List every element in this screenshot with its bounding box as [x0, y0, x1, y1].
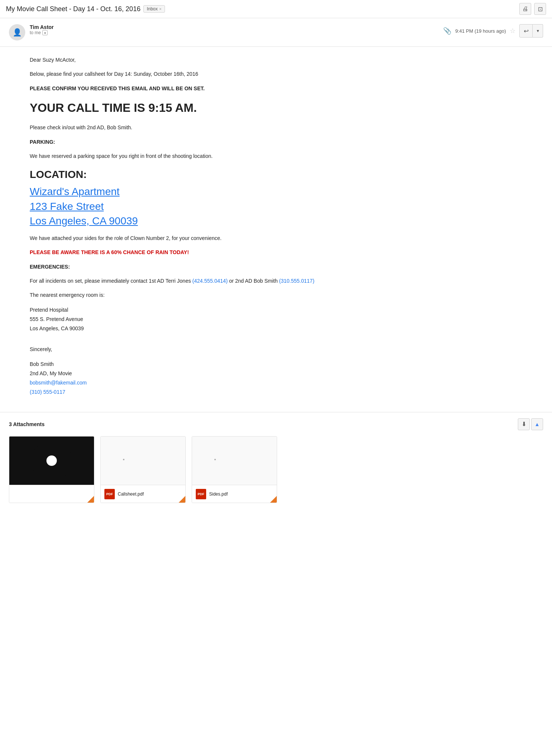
attachment-name-2: Sides.pdf: [209, 491, 228, 497]
signature-title: 2nd AD, My Movie: [30, 370, 72, 376]
star-icon[interactable]: ☆: [510, 27, 516, 35]
tab-bar: My Movie Call Sheet - Day 14 - Oct. 16, …: [0, 0, 552, 18]
emergency-text-middle: or 2nd AD Bob Smith: [228, 278, 279, 284]
more-icon: ▾: [537, 28, 539, 33]
email-window: My Movie Call Sheet - Day 14 - Oct. 16, …: [0, 0, 552, 756]
attachment-item-1[interactable]: PDF Callsheet.pdf: [100, 436, 186, 503]
print-icon: 🖨: [522, 6, 528, 12]
hospital-city: Los Angeles, CA 90039: [30, 325, 84, 331]
email-header: 👤 Tim Astor to me ▾ 📎 9:41 PM (19 hours …: [0, 18, 552, 47]
print-button[interactable]: 🖨: [519, 3, 531, 15]
email-subject-title: My Movie Call Sheet - Day 14 - Oct. 16, …: [6, 5, 140, 13]
attachment-item-0[interactable]: [9, 436, 94, 503]
hospital-info: Pretend Hospital 555 S. Pretend Avenue L…: [30, 305, 525, 334]
pdf-dot-2: [214, 459, 216, 460]
sender-to-label: to me: [30, 30, 41, 35]
email-meta: 📎 9:41 PM (19 hours ago) ☆ ↩ ▾: [443, 24, 543, 38]
confirm-note-text: PLEASE CONFIRM YOU RECEIVED THIS EMAIL A…: [30, 85, 205, 91]
attachment-corner-1: [178, 496, 185, 503]
emergency-paragraph: For all incidents on set, please immedia…: [30, 277, 525, 285]
expand-icon: ⊡: [538, 6, 543, 13]
call-time: YOUR CALL TIME IS 9:15 AM.: [30, 98, 525, 117]
attachment-label-1: PDF Callsheet.pdf: [101, 485, 185, 503]
sender-to-row: to me ▾: [30, 30, 443, 35]
attachment-preview-1: [101, 437, 185, 485]
attachments-header: 3 Attachments ⬇ ▲: [9, 418, 543, 430]
download-icon: ⬇: [522, 421, 526, 428]
signature: Bob Smith 2nd AD, My Movie bobsmith@fake…: [30, 360, 525, 397]
closing: Sincerely,: [30, 345, 525, 353]
reply-button[interactable]: ↩: [519, 24, 533, 38]
vinyl-record: [31, 440, 72, 481]
parking-note: We have reserved a parking space for you…: [30, 152, 525, 160]
expand-button[interactable]: ⊡: [534, 3, 546, 15]
tab-bar-left: My Movie Call Sheet - Day 14 - Oct. 16, …: [6, 5, 165, 13]
emergencies-heading: EMERGENCIES:: [30, 263, 525, 271]
header-actions: ↩ ▾: [519, 24, 543, 38]
nearest-er: The nearest emergency room is:: [30, 291, 525, 299]
pdf-icon-2: PDF: [196, 489, 206, 499]
attachment-name-1: Callsheet.pdf: [118, 491, 144, 497]
emergency-text-before: For all incidents on set, please immedia…: [30, 278, 192, 284]
attachment-item-2[interactable]: PDF Sides.pdf: [192, 436, 277, 503]
rain-warning: PLEASE BE AWARE THERE IS A 60% CHANCE OF…: [30, 248, 525, 256]
emergency-phone1[interactable]: (424.555.0414): [192, 278, 228, 284]
attachments-grid: PDF Callsheet.pdf PDF Sides.pdf: [9, 436, 543, 503]
attachment-preview-0: [9, 437, 94, 485]
signature-name: Bob Smith: [30, 361, 54, 367]
checkin-note: Please check in/out with 2nd AD, Bob Smi…: [30, 123, 525, 132]
hospital-street: 555 S. Pretend Avenue: [30, 316, 83, 322]
more-button[interactable]: ▾: [533, 24, 543, 38]
confirm-note: PLEASE CONFIRM YOU RECEIVED THIS EMAIL A…: [30, 84, 525, 93]
location-city-link[interactable]: Los Angeles, CA 90039: [30, 214, 525, 228]
attachment-corner-0: [87, 496, 94, 503]
attachments-section: 3 Attachments ⬇ ▲: [0, 412, 552, 509]
attachment-label-2: PDF Sides.pdf: [192, 485, 277, 503]
greeting: Dear Suzy McActor,: [30, 56, 525, 64]
sender-name: Tim Astor: [30, 24, 443, 30]
hospital-name: Pretend Hospital: [30, 307, 68, 313]
location-street-link[interactable]: 123 Fake Street: [30, 199, 525, 214]
attachments-title: 3 Attachments: [9, 421, 45, 427]
pdf-icon-1: PDF: [104, 489, 115, 499]
avatar: 👤: [9, 24, 25, 40]
pdf-dot-1: [123, 459, 124, 460]
to-dropdown[interactable]: ▾: [42, 30, 48, 35]
signature-email[interactable]: bobsmith@fakemail.com: [30, 380, 87, 386]
sender-info: Tim Astor to me ▾: [30, 24, 443, 35]
inbox-badge-label: Inbox: [147, 6, 158, 12]
timestamp: 9:41 PM (19 hours ago): [455, 28, 506, 34]
tab-bar-right: 🖨 ⊡: [519, 3, 546, 15]
attachment-actions: ⬇ ▲: [518, 418, 543, 430]
emergencies-heading-text: EMERGENCIES:: [30, 263, 525, 271]
intro: Below, please find your callsheet for Da…: [30, 70, 525, 78]
attachment-corner-2: [269, 496, 277, 503]
reply-icon: ↩: [524, 27, 529, 35]
email-body: Dear Suzy McActor, Below, please find yo…: [0, 47, 552, 412]
attachment-label-0: [9, 485, 94, 503]
location-name-link[interactable]: Wizard's Apartment: [30, 184, 525, 199]
drive-icon: ▲: [535, 421, 540, 427]
signature-phone[interactable]: (310) 555-0117: [30, 389, 65, 395]
avatar-icon: 👤: [13, 28, 22, 37]
location-heading: LOCATION:: [30, 166, 525, 183]
download-all-button[interactable]: ⬇: [518, 418, 530, 430]
parking-heading-text: PARKING:: [30, 138, 525, 146]
attachment-clip-icon: 📎: [443, 27, 451, 35]
inbox-badge[interactable]: Inbox ×: [143, 5, 165, 13]
inbox-badge-close[interactable]: ×: [159, 7, 162, 11]
sides-note: We have attached your sides for the role…: [30, 234, 525, 242]
vinyl-hole: [46, 455, 57, 466]
emergency-phone2[interactable]: (310.555.0117): [279, 278, 314, 284]
parking-heading: PARKING:: [30, 138, 525, 146]
attachment-preview-2: [192, 437, 277, 485]
save-to-drive-button[interactable]: ▲: [531, 418, 543, 430]
